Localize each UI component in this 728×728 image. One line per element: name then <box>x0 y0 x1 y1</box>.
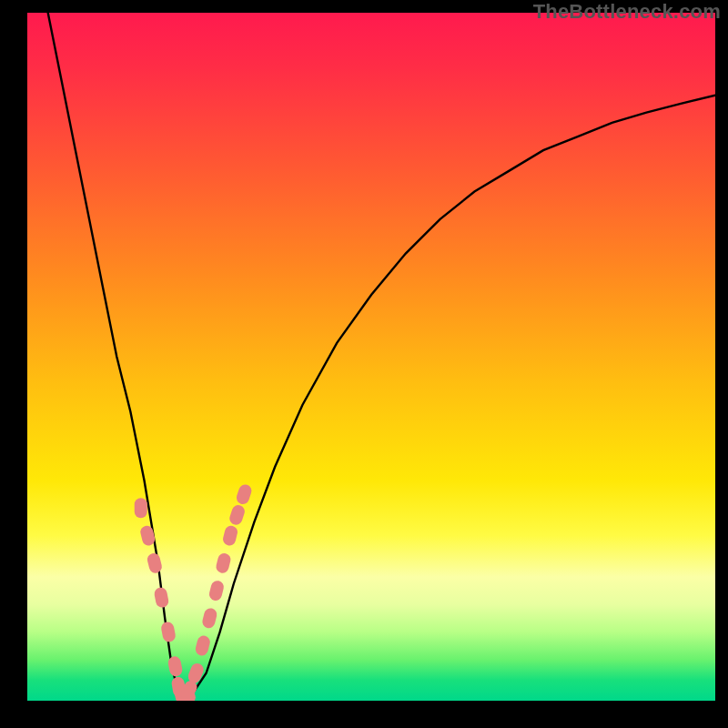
chart-frame: TheBottleneck.com <box>0 0 728 728</box>
plot-background <box>27 13 715 701</box>
watermark-text: TheBottleneck.com <box>533 0 721 24</box>
